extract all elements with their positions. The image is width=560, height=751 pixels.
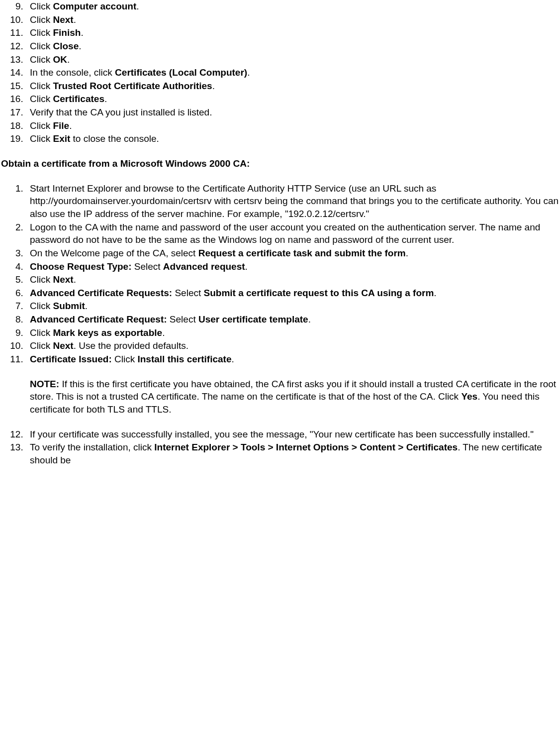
list-item: Choose Request Type: Select Advanced req… (26, 260, 560, 273)
list-item: Click Certificates. (26, 93, 560, 106)
section-heading: Obtain a certificate from a Microsoft Wi… (1, 157, 560, 170)
list-item: Click Submit. (26, 300, 560, 313)
list-item: Click Next. Use the provided defaults. (26, 339, 560, 352)
list-item: Click Next. (26, 273, 560, 286)
list-item: Click Next. (26, 13, 560, 26)
list-item: On the Welcome page of the CA, select Re… (26, 247, 560, 260)
list-item: Logon to the CA with the name and passwo… (26, 221, 560, 246)
list-item: If your certificate was successfully ins… (26, 428, 560, 441)
list-item: To verify the installation, click Intern… (26, 441, 560, 466)
list-item: Start Internet Explorer and browse to th… (26, 182, 560, 220)
list-item: Click OK. (26, 53, 560, 66)
list-item: In the console, click Certificates (Loca… (26, 66, 560, 79)
list-item: Click File. (26, 119, 560, 132)
list-item: Click Computer account. (26, 0, 560, 13)
list-item: Click Close. (26, 40, 560, 53)
note-block: NOTE: If this is the first certificate y… (30, 378, 560, 416)
list-item: Advanced Certificate Requests: Select Su… (26, 287, 560, 300)
list-item: Certificate Issued: Click Install this c… (26, 353, 560, 416)
list-item: Click Trusted Root Certificate Authoriti… (26, 80, 560, 93)
list-item: Click Exit to close the console. (26, 132, 560, 145)
list-item: Click Finish. (26, 26, 560, 39)
list-item: Verify that the CA you just installed is… (26, 106, 560, 119)
list-item: Click Mark keys as exportable. (26, 326, 560, 339)
instruction-list-2: Start Internet Explorer and browse to th… (0, 182, 560, 467)
list-item: Advanced Certificate Request: Select Use… (26, 313, 560, 326)
instruction-list-1: Click Computer account.Click Next.Click … (0, 0, 560, 145)
